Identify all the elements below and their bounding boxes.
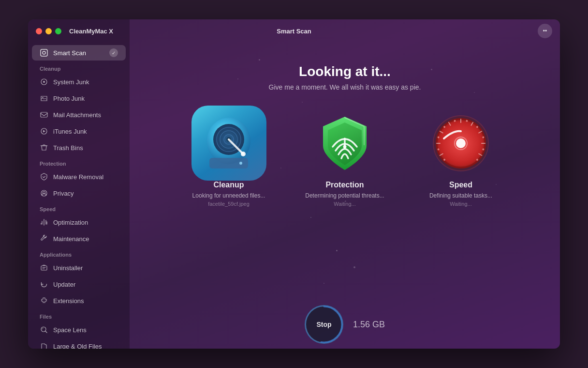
svg-rect-9 [41,266,47,270]
svg-rect-0 [41,49,47,56]
title-bar: CleanMyMac X Smart Scan •• [28,19,560,43]
settings-icon: •• [543,28,547,34]
sidebar-item-smart-scan[interactable]: Smart Scan ✓ [32,45,126,61]
sidebar-item-maintenance[interactable]: Maintenance [32,231,126,246]
stop-button-wrap[interactable]: Stop [305,305,343,344]
header-subtitle: Give me a moment. We all wish it was eas… [269,83,421,91]
sidebar-item-system-junk[interactable]: System Junk [32,74,126,90]
cleanup-card-status: Looking for unneeded files... [192,192,265,199]
shield-svg [313,112,376,175]
photo-junk-icon [40,94,48,103]
optimization-icon [40,218,48,227]
app-title: CleanMyMac X [69,28,113,35]
smart-scan-icon [40,48,48,57]
svg-point-1 [43,51,45,54]
mail-attachments-label: Mail Attachments [53,111,101,119]
settings-button[interactable]: •• [538,24,552,38]
system-junk-icon [40,77,48,86]
extensions-icon [40,296,48,305]
sidebar-item-photo-junk[interactable]: Photo Junk [32,91,126,106]
sidebar-item-updater[interactable]: Updater [32,276,126,292]
speed-card-substatus: Waiting... [450,201,471,207]
itunes-junk-label: iTunes Junk [53,128,87,135]
malware-icon [40,172,48,181]
section-label-applications: Applications [28,247,130,260]
sidebar-item-space-lens[interactable]: Space Lens [32,322,126,337]
optimization-label: Optimization [53,219,88,226]
card-speed: Speed Defining suitable tasks... Waiting… [412,106,509,207]
sidebar-item-privacy[interactable]: Privacy [32,185,126,201]
speed-card-title: Speed [449,181,472,189]
main-content: Looking at it... Give me a moment. We al… [130,19,560,349]
large-files-icon [40,342,48,349]
svg-rect-5 [41,112,47,117]
minimize-button[interactable] [45,28,52,34]
disk-svg [200,114,258,172]
sidebar: Smart Scan ✓ Cleanup System Junk Photo J… [28,19,130,349]
traffic-lights [36,28,61,34]
space-lens-icon [40,325,48,334]
sidebar-item-malware-removal[interactable]: Malware Removal [32,169,126,184]
space-lens-label: Space Lens [53,326,87,334]
extensions-label: Extensions [53,297,84,305]
window-title: Smart Scan [277,28,311,35]
protection-card-status: Determining potential threats... [305,192,384,199]
updater-icon [40,280,48,289]
maintenance-label: Maintenance [53,235,89,243]
svg-point-19 [241,152,246,156]
privacy-label: Privacy [53,190,74,197]
size-info: 1.56 GB [353,320,385,330]
sidebar-item-mail-attachments[interactable]: Mail Attachments [32,107,126,123]
main-window: CleanMyMac X Smart Scan •• Smart Scan ✓ … [28,19,560,349]
speed-card-status: Defining suitable tasks... [429,192,492,199]
header-title: Looking at it... [269,64,421,79]
smart-scan-label: Smart Scan [53,49,86,57]
speed-icon-wrap [424,106,499,181]
stop-button[interactable]: Stop [316,321,331,328]
bottom-bar: Stop 1.56 GB [130,300,560,349]
gauge-svg [429,112,492,175]
mail-icon [40,110,48,119]
active-badge: ✓ [109,48,118,57]
protection-card-title: Protection [325,181,364,189]
photo-junk-label: Photo Junk [53,95,85,102]
header-section: Looking at it... Give me a moment. We al… [269,64,421,91]
cleanup-card-title: Cleanup [213,181,244,189]
sidebar-item-trash-bins[interactable]: Trash Bins [32,140,126,155]
svg-point-21 [239,162,242,165]
card-cleanup: Cleanup Looking for unneeded files... fa… [180,106,277,207]
large-old-files-label: Large & Old Files [53,343,102,349]
protection-icon-wrap [308,106,382,181]
sidebar-item-large-old-files[interactable]: Large & Old Files [32,338,126,349]
cards-row: Cleanup Looking for unneeded files... fa… [180,106,509,207]
uninstaller-label: Uninstaller [53,264,83,272]
svg-point-46 [456,138,466,148]
section-label-files: Files [28,309,130,322]
close-button[interactable] [36,28,42,34]
sidebar-item-uninstaller[interactable]: Uninstaller [32,260,126,276]
card-protection: Protection Determining potential threats… [296,106,393,207]
section-label-cleanup: Cleanup [28,61,130,74]
updater-label: Updater [53,281,75,288]
uninstaller-icon [40,263,48,272]
section-label-protection: Protection [28,156,130,169]
trash-icon [40,143,48,152]
system-junk-label: System Junk [53,78,89,86]
section-label-speed: Speed [28,201,130,214]
privacy-icon [40,189,48,198]
trash-bins-label: Trash Bins [53,144,83,152]
sidebar-item-optimization[interactable]: Optimization [32,215,126,230]
protection-card-substatus: Waiting... [334,201,355,207]
maintenance-icon [40,234,48,243]
sidebar-item-itunes-junk[interactable]: iTunes Junk [32,123,126,139]
cleanup-card-substatus: facetile_59cf.jpeg [208,201,250,207]
svg-point-3 [43,81,45,83]
cleanup-icon-wrap [191,106,266,181]
maximize-button[interactable] [55,28,61,34]
itunes-icon [40,127,48,136]
malware-removal-label: Malware Removal [53,173,103,181]
sidebar-item-extensions[interactable]: Extensions [32,293,126,308]
